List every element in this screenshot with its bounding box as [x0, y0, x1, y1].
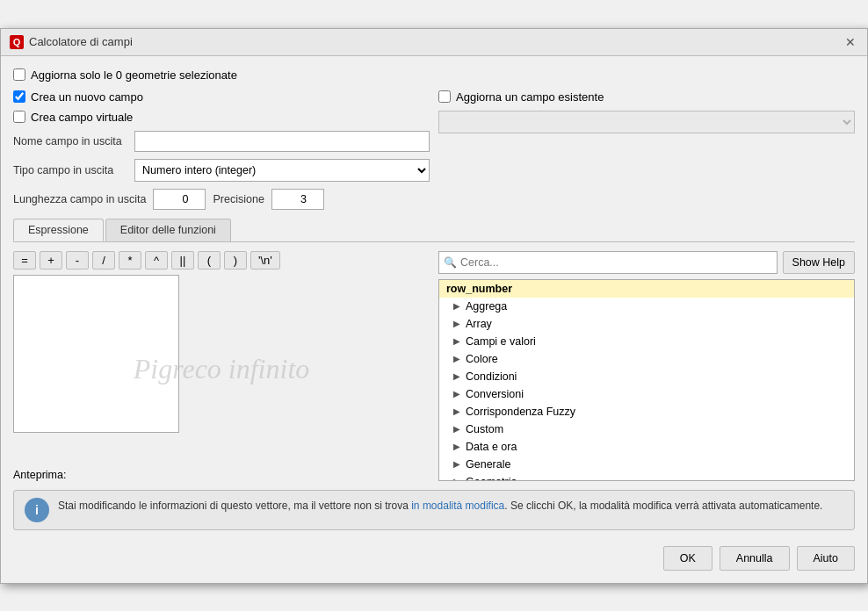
info-link: in modalità modifica: [411, 500, 504, 512]
info-text-part2: . Se clicchi OK, la modalità modifica ve…: [504, 500, 822, 512]
tipo-campo-row: Tipo campo in uscita Numero intero (inte…: [13, 159, 430, 182]
fn-item-corrispondenza-fuzzy[interactable]: ▶ Corrispondenza Fuzzy: [439, 403, 854, 421]
fn-item-campi-valori[interactable]: ▶ Campi e valori: [439, 333, 854, 350]
fn-item-data-ora[interactable]: ▶ Data e ora: [439, 438, 854, 456]
op-concat[interactable]: ||: [171, 251, 194, 270]
fn-item-custom[interactable]: ▶ Custom: [439, 421, 854, 438]
op-multiply[interactable]: *: [119, 251, 141, 270]
search-icon: 🔍: [444, 256, 457, 269]
tab-espressione[interactable]: Espressione: [13, 219, 104, 241]
fn-label: Condizioni: [466, 370, 517, 383]
annulla-button[interactable]: Annulla: [720, 546, 790, 571]
campo-virtuale-checkbox[interactable]: [13, 111, 25, 123]
fn-label: Campi e valori: [466, 335, 536, 348]
aggiorna-esistente-row[interactable]: Aggiorna un campo esistente: [438, 90, 855, 104]
aiuto-button[interactable]: Aiuto: [797, 546, 856, 571]
precisione-label: Precisione: [213, 193, 264, 205]
titlebar: Q Calcolatore di campi ✕: [1, 29, 867, 56]
aggiorna-label: Aggiorna solo le 0 geometrie selezionate: [31, 68, 237, 82]
fn-item-condizioni[interactable]: ▶ Condizioni: [439, 368, 854, 385]
fn-item-conversioni[interactable]: ▶ Conversioni: [439, 385, 854, 403]
dialog-content: Aggiorna solo le 0 geometrie selezionate…: [1, 56, 867, 583]
campo-esistente-select[interactable]: [438, 111, 855, 133]
fn-label: Conversioni: [466, 388, 524, 400]
fn-item-generale[interactable]: ▶ Generale: [439, 456, 854, 473]
precisione-spinbox[interactable]: [271, 189, 324, 210]
crea-nuovo-label: Crea un nuovo campo: [31, 90, 143, 104]
tipo-campo-select[interactable]: Numero intero (integer): [134, 159, 430, 182]
nome-campo-label: Nome campo in uscita: [13, 135, 127, 147]
fn-label: Aggrega: [466, 300, 507, 313]
campo-virtuale-label: Crea campo virtuale: [31, 111, 133, 124]
two-col-section: Crea un nuovo campo Crea campo virtuale …: [13, 90, 855, 210]
lunghezza-label: Lunghezza campo in uscita: [13, 193, 146, 205]
fn-label: Colore: [466, 353, 498, 365]
op-equals[interactable]: =: [13, 251, 36, 270]
operators-row: = + - / * ^ || ( ) '\n': [13, 251, 430, 270]
fn-arrow: ▶: [453, 336, 460, 346]
expression-area: = + - / * ^ || ( ) '\n' Pigreco infinito…: [13, 251, 855, 481]
campo-select-group: [438, 111, 855, 133]
right-panel: Aggiorna un campo esistente: [438, 90, 855, 210]
fn-item-row_number[interactable]: row_number: [439, 280, 854, 298]
info-bar: i Stai modificando le informazioni di qu…: [13, 490, 855, 530]
search-row: 🔍 Show Help: [438, 251, 855, 274]
fn-arrow: ▶: [453, 477, 460, 481]
search-input[interactable]: [438, 251, 778, 274]
calcolatore-dialog: Q Calcolatore di campi ✕ Aggiorna solo l…: [0, 28, 868, 584]
fn-arrow: ▶: [453, 424, 460, 434]
crea-nuovo-row[interactable]: Crea un nuovo campo: [13, 90, 430, 104]
fn-arrow: ▶: [453, 459, 460, 469]
fn-arrow: ▶: [453, 301, 460, 311]
fn-item-colore[interactable]: ▶ Colore: [439, 350, 854, 368]
show-help-button[interactable]: Show Help: [783, 251, 855, 274]
dialog-title: Calcolatore di campi: [29, 35, 133, 48]
fn-arrow: ▶: [453, 406, 460, 416]
fn-arrow: ▶: [453, 442, 460, 451]
preview-row: Anteprima:: [13, 469, 430, 481]
campo-virtuale-row[interactable]: Crea campo virtuale: [13, 111, 430, 124]
nome-campo-row: Nome campo in uscita: [13, 131, 430, 152]
info-text: Stai modificando le informazioni di ques…: [58, 498, 822, 514]
aggiorna-esistente-checkbox[interactable]: [438, 90, 451, 103]
fn-label: Data e ora: [466, 441, 517, 453]
tab-editor-funzioni[interactable]: Editor delle funzioni: [105, 219, 231, 241]
fn-item-geometria[interactable]: ▶ Geometria: [439, 473, 854, 481]
footer-buttons: OK Annulla Aiuto: [13, 539, 855, 574]
expr-left: = + - / * ^ || ( ) '\n' Pigreco infinito…: [13, 251, 430, 481]
crea-nuovo-checkbox[interactable]: [13, 90, 25, 103]
op-plus[interactable]: +: [40, 251, 62, 270]
expression-textarea[interactable]: [13, 275, 179, 433]
fn-label: Corrispondenza Fuzzy: [466, 406, 575, 418]
expr-textarea-wrapper: Pigreco infinito: [13, 275, 430, 464]
titlebar-left: Q Calcolatore di campi: [10, 35, 133, 49]
fn-label: Geometria: [466, 476, 517, 481]
search-input-wrap: 🔍: [438, 251, 778, 274]
op-power[interactable]: ^: [145, 251, 168, 270]
fn-label: row_number: [446, 283, 512, 295]
op-minus[interactable]: -: [66, 251, 89, 270]
aggiorna-checkbox-row[interactable]: Aggiorna solo le 0 geometrie selezionate: [13, 68, 237, 82]
fn-item-aggrega[interactable]: ▶ Aggrega: [439, 298, 854, 315]
op-divide[interactable]: /: [92, 251, 115, 270]
left-panel: Crea un nuovo campo Crea campo virtuale …: [13, 90, 430, 210]
fn-item-array[interactable]: ▶ Array: [439, 315, 854, 333]
nome-campo-input[interactable]: [134, 131, 430, 152]
preview-label: Anteprima:: [13, 469, 66, 481]
ok-button[interactable]: OK: [663, 546, 712, 571]
op-close-paren[interactable]: ): [224, 251, 247, 270]
tabs: Espressione Editor delle funzioni: [13, 219, 855, 242]
function-list: row_number ▶ Aggrega ▶ Array ▶ Campi e v…: [438, 279, 855, 481]
op-open-paren[interactable]: (: [198, 251, 221, 270]
lunghezza-row: Lunghezza campo in uscita Precisione: [13, 189, 430, 210]
aggiorna-esistente-label: Aggiorna un campo esistente: [456, 90, 604, 104]
fn-label: Generale: [466, 458, 510, 471]
lunghezza-spinbox[interactable]: [153, 189, 206, 210]
fn-arrow: ▶: [453, 389, 460, 399]
op-newline[interactable]: '\n': [250, 251, 280, 270]
fn-label: Custom: [466, 423, 503, 435]
fn-label: Array: [466, 318, 492, 330]
info-icon: i: [25, 498, 49, 522]
aggiorna-checkbox[interactable]: [13, 68, 25, 81]
close-button[interactable]: ✕: [843, 34, 858, 50]
